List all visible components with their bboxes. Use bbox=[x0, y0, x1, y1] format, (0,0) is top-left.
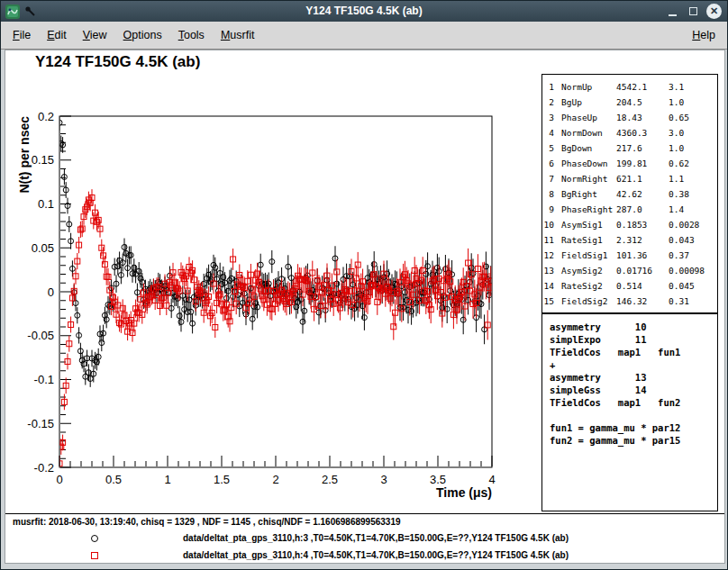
menu-bar: FileEditViewOptionsToolsMusrfitHelp bbox=[1, 22, 727, 50]
data-series-layer bbox=[57, 114, 494, 471]
param-name: PhaseRight bbox=[557, 202, 616, 217]
legend-label: data/deltat_pta_gps_3110,h:3 ,T0=4.50K,T… bbox=[183, 533, 569, 543]
menu-view[interactable]: View bbox=[75, 25, 115, 45]
param-error: 0.043 bbox=[669, 232, 717, 248]
param-value: 0.514 bbox=[616, 278, 669, 294]
theory-line: fun1 = gamma_mu * par12 bbox=[550, 421, 717, 434]
y-axis-label: N(t) per nsec bbox=[17, 116, 32, 194]
param-error: 1.4 bbox=[669, 202, 717, 217]
x-tick-label: 1 bbox=[164, 473, 170, 486]
theory-line: TFieldCos map1 fun1 bbox=[550, 346, 717, 358]
param-row: 8BgRight42.620.38 bbox=[542, 186, 717, 202]
plot-area[interactable]: N(t) per nsec Time (μs) -0.2-0.15-0.1-0.… bbox=[5, 50, 510, 519]
param-name: BgDown bbox=[557, 140, 616, 156]
param-no: 5 bbox=[542, 140, 557, 156]
param-row: 1NormUp4542.13.1 bbox=[542, 79, 717, 95]
param-row: 3PhaseUp18.430.65 bbox=[542, 110, 717, 125]
param-row: 13AsymSig20.017160.00098 bbox=[542, 263, 717, 278]
param-value: 0.01716 bbox=[616, 263, 669, 278]
y-tick-label: -0.2 bbox=[34, 461, 54, 475]
square-marker-icon bbox=[91, 552, 98, 559]
menu-tools[interactable]: Tools bbox=[170, 25, 213, 45]
y-tick-label: -0.05 bbox=[27, 329, 54, 342]
param-value: 217.6 bbox=[616, 140, 669, 156]
param-error: 0.38 bbox=[669, 186, 717, 202]
param-row: 12FieldSig1101.360.37 bbox=[542, 248, 717, 263]
param-value: 4360.3 bbox=[616, 125, 669, 140]
param-value: 204.5 bbox=[616, 95, 669, 110]
param-error: 0.37 bbox=[669, 248, 717, 263]
musrview-window: Y124 TF150G 4.5K (ab) ✕ FileEditViewOpti… bbox=[0, 0, 728, 570]
param-row: 15FieldSig2146.320.31 bbox=[542, 294, 717, 309]
maximize-button[interactable] bbox=[686, 5, 700, 19]
close-button[interactable]: ✕ bbox=[706, 4, 722, 19]
x-tick-label: 2.5 bbox=[322, 473, 338, 486]
theory-line: asymmetry 10 bbox=[550, 321, 717, 333]
param-name: NormUp bbox=[557, 79, 616, 95]
y-tick-label: -0.15 bbox=[27, 417, 54, 430]
param-no: 8 bbox=[542, 186, 557, 202]
param-no: 15 bbox=[542, 294, 557, 309]
param-row: 5BgDown217.61.0 bbox=[542, 140, 717, 156]
plot-canvas[interactable]: Y124 TF150G 4.5K (ab) N(t) per nsec Time… bbox=[5, 50, 725, 564]
y-tick-label: 0.05 bbox=[32, 241, 54, 255]
menu-musrfit[interactable]: Musrfit bbox=[213, 25, 263, 45]
minimize-button[interactable] bbox=[665, 5, 679, 19]
param-name: NormRight bbox=[557, 171, 616, 186]
param-name: PhaseUp bbox=[557, 110, 616, 125]
legend-label: data/deltat_pta_gps_3110,h:4 ,T0=4.50K,T… bbox=[183, 550, 569, 560]
y-tick-label: 0 bbox=[48, 285, 54, 299]
y-tick-label: 0.1 bbox=[38, 197, 54, 211]
param-name: RateSig1 bbox=[557, 232, 616, 248]
pin-icon[interactable] bbox=[24, 5, 36, 17]
param-error: 1.1 bbox=[669, 171, 717, 186]
param-value: 42.62 bbox=[616, 186, 669, 202]
param-error: 0.31 bbox=[669, 294, 717, 309]
theory-line bbox=[550, 409, 717, 421]
param-value: 4542.1 bbox=[616, 79, 669, 95]
circle-marker-icon bbox=[91, 535, 98, 542]
param-no: 12 bbox=[542, 248, 557, 263]
theory-line: asymmetry 13 bbox=[550, 371, 717, 384]
param-value: 18.43 bbox=[616, 110, 669, 125]
param-error: 3.0 bbox=[669, 125, 717, 140]
param-name: NormDown bbox=[557, 125, 616, 140]
param-value: 287.0 bbox=[616, 202, 669, 217]
title-bar[interactable]: Y124 TF150G 4.5K (ab) ✕ bbox=[1, 1, 727, 22]
param-row: 14RateSig20.5140.045 bbox=[542, 278, 717, 294]
param-error: 3.1 bbox=[669, 79, 717, 95]
x-tick-label: 3 bbox=[380, 473, 387, 486]
y-tick-label: 0.15 bbox=[32, 153, 54, 167]
menu-options[interactable]: Options bbox=[115, 25, 170, 45]
y-tick-label: -0.1 bbox=[34, 373, 54, 386]
menu-file[interactable]: File bbox=[5, 25, 39, 45]
series-h3-black-circles bbox=[57, 114, 494, 386]
menu-help[interactable]: Help bbox=[684, 25, 723, 45]
param-no: 11 bbox=[542, 232, 557, 248]
param-name: FieldSig2 bbox=[557, 294, 616, 309]
param-row: 11RateSig12.3120.043 bbox=[542, 232, 717, 248]
param-name: AsymSig1 bbox=[557, 217, 616, 232]
param-row: 4NormDown4360.33.0 bbox=[542, 125, 717, 140]
param-value: 2.312 bbox=[616, 232, 669, 248]
theory-line: + bbox=[550, 358, 717, 371]
param-row: 6PhaseDown199.810.62 bbox=[542, 156, 717, 171]
param-name: PhaseDown bbox=[557, 156, 616, 171]
param-error: 1.0 bbox=[669, 95, 717, 110]
param-name: AsymSig2 bbox=[557, 263, 616, 278]
x-tick-label: 3.5 bbox=[430, 473, 446, 486]
param-name: BgRight bbox=[557, 186, 616, 202]
param-value: 101.36 bbox=[616, 248, 669, 263]
param-row: 2BgUp204.51.0 bbox=[542, 95, 717, 110]
footer-separator bbox=[5, 513, 724, 514]
theory-line: simpleGss 14 bbox=[550, 384, 717, 396]
param-name: FieldSig1 bbox=[557, 248, 616, 263]
param-no: 7 bbox=[542, 171, 557, 186]
param-no: 9 bbox=[542, 202, 557, 217]
param-error: 1.0 bbox=[669, 140, 717, 156]
param-row: 7NormRight621.11.1 bbox=[542, 171, 717, 186]
param-error: 0.62 bbox=[669, 156, 717, 171]
param-no: 6 bbox=[542, 156, 557, 171]
param-row: 10AsymSig10.18530.0028 bbox=[542, 217, 717, 232]
menu-edit[interactable]: Edit bbox=[39, 25, 75, 45]
